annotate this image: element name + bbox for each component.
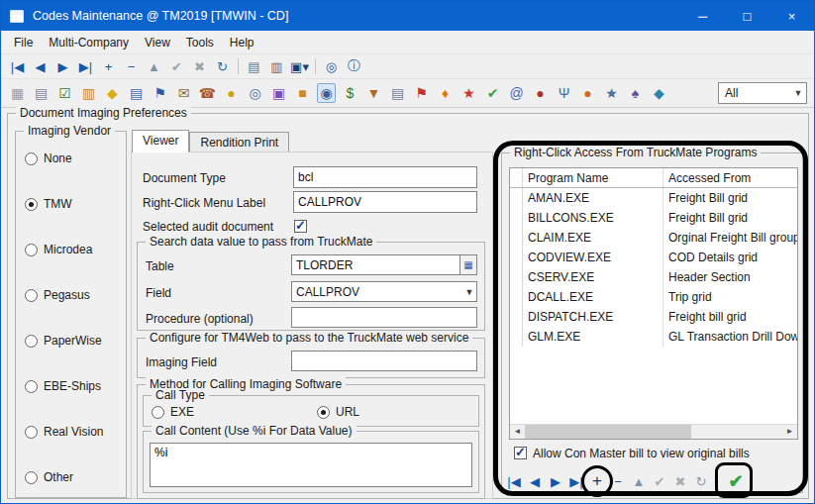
table-lookup-button[interactable]: ▦ [459,254,477,275]
vendor-radio[interactable]: Pegasus [25,288,126,302]
refresh-button[interactable]: ↻ [211,59,234,74]
codes-icon-at[interactable]: @ [507,83,526,103]
info-button[interactable]: ⓘ [343,57,365,75]
codes-icon-dot-red[interactable]: ● [531,83,550,103]
call-type-radio[interactable]: EXE [152,405,194,419]
codes-icon-flag-red[interactable]: ⚑ [412,83,431,103]
codes-icon-doc-blue[interactable]: ▤ [127,83,146,103]
vendor-radio[interactable]: Microdea [25,243,126,256]
maximize-button[interactable]: □ [725,1,769,31]
selected-audit-checkbox[interactable] [294,220,307,233]
codes-icon-imaging[interactable]: ◉ [317,83,336,103]
codes-icon-diamond-orange[interactable]: ♦ [436,83,455,103]
procedure-input[interactable] [291,307,477,328]
codes-icon-box-purple[interactable]: ▣ [269,83,288,103]
scroll-left-icon[interactable]: ◄ [510,425,525,439]
next-record-button[interactable]: ▶ [51,59,74,74]
last-record-button[interactable]: ▶| [74,59,97,74]
scroll-right-icon[interactable]: ► [782,425,797,439]
call-content-textarea[interactable]: %i [150,443,472,487]
document-type-input[interactable] [293,166,477,188]
allow-con-master-checkbox[interactable] [514,447,527,459]
prior-record-button[interactable]: ◀ [525,469,545,493]
codes-icon-flag-blue[interactable]: ⚑ [151,83,169,103]
codes-icon-ball-orange[interactable]: ● [578,83,597,103]
imaging-field-input[interactable] [291,351,477,371]
export-button[interactable]: ▥ [265,59,288,74]
table-row[interactable]: DISPATCH.EXE Freight bill grid [510,307,797,327]
menu-item[interactable]: Help [222,33,262,52]
table-row[interactable]: DCALL.EXE Trip grid [510,287,797,307]
cancel-edit-button[interactable]: ✖ [188,59,211,74]
next-record-button[interactable]: ▶ [546,469,565,493]
vendor-radio[interactable]: Other [25,470,126,484]
codes-icon-target[interactable]: ◎ [246,83,264,103]
table-row[interactable]: GLM.EXE GL Transaction Drill Down F [510,327,797,347]
table-input[interactable] [291,254,460,275]
menu-item[interactable]: Multi-Company [41,33,137,52]
record-detail-button[interactable]: ◎ [320,59,343,74]
codes-icon-approve[interactable]: ☑ [55,83,74,103]
edit-record-button[interactable]: ▲ [143,59,165,74]
code-filter-select[interactable]: All ▼ [718,82,807,104]
field-select[interactable]: CALLPROV ▼ [291,281,477,302]
codes-icon-phone[interactable]: ☎ [198,83,217,103]
vendor-radio[interactable]: Real Vision [25,425,126,439]
close-button[interactable]: × [769,1,814,31]
vendor-radio[interactable]: PaperWise [25,334,126,348]
tab[interactable]: Viewer [132,130,189,152]
screens-button[interactable]: ▣▾ [288,59,311,74]
delete-record-button[interactable]: − [120,59,143,74]
post-edit-button[interactable]: ✔ [165,59,188,74]
column-header-accessed-from[interactable]: Accessed From [663,168,797,187]
codes-icon-drop[interactable]: ◆ [650,83,668,103]
post-edit-button[interactable]: ✔ [650,469,669,493]
vendor-radio[interactable]: TMW [25,197,126,211]
first-record-button[interactable]: |◀ [504,469,524,493]
table-row[interactable]: CODVIEW.EXE COD Details grid [510,248,797,267]
last-record-button[interactable]: ▶| [566,469,586,493]
insert-record-button[interactable]: + [97,59,120,74]
codes-icon-ledger[interactable]: ▥ [79,83,98,103]
table-row[interactable]: AMAN.EXE Freight Bill grid [510,188,797,208]
codes-icon-currency[interactable]: $ [341,83,359,103]
menu-item[interactable]: View [137,33,178,52]
first-record-button[interactable]: |◀ [6,59,29,74]
minimize-button[interactable]: ─ [680,1,725,31]
prior-record-button[interactable]: ◀ [29,59,51,74]
column-header-program-name[interactable]: Program Name [523,168,663,187]
codes-icon-spade[interactable]: ♠ [626,83,645,103]
menu-item[interactable]: Tools [178,33,222,52]
codes-icon-box-orange[interactable]: ■ [293,83,312,103]
print-button[interactable]: ▤ [243,59,265,74]
codes-icon-shield[interactable]: ◆ [103,83,122,103]
table-row[interactable]: CLAIM.EXE Orginal Freight Bill group b [510,228,797,248]
app-icon [10,10,24,23]
scrollbar-thumb[interactable] [525,425,691,439]
menu-item[interactable]: File [6,33,41,52]
tab[interactable]: Rendition Print [189,132,289,151]
delete-record-button[interactable]: − [608,469,628,493]
codes-icon-mail[interactable]: ✉ [174,83,193,103]
codes-icon-check-green[interactable]: ✔ [483,83,502,103]
codes-icon-psi[interactable]: Ψ [555,83,573,103]
codes-icon-star-blue[interactable]: ★ [602,83,621,103]
codes-icon-list[interactable]: ▤ [32,83,51,103]
vendor-radio[interactable]: EBE-Ships [25,379,126,393]
refresh-button[interactable]: ↻ [691,469,711,493]
right-click-menu-input[interactable] [293,191,477,213]
codes-icon-coin[interactable]: ● [222,83,241,103]
codes-icon-star-red[interactable]: ★ [459,83,478,103]
apply-button[interactable]: ✔ [721,466,751,495]
codes-icon-doc-gray[interactable]: ▤ [388,83,407,103]
edit-record-button[interactable]: ▲ [629,469,649,493]
horizontal-scrollbar[interactable]: ◄ ► [510,424,797,439]
insert-record-button[interactable]: + [587,469,607,493]
table-row[interactable]: BILLCONS.EXE Freight Bill grid [510,208,797,228]
cancel-edit-button[interactable]: ✖ [670,469,690,493]
codes-icon-down[interactable]: ▼ [364,83,383,103]
codes-icon-grid[interactable]: ▦ [8,83,27,103]
table-row[interactable]: CSERV.EXE Header Section [510,267,797,287]
vendor-radio[interactable]: None [25,151,126,165]
call-type-radio[interactable]: URL [317,405,359,419]
